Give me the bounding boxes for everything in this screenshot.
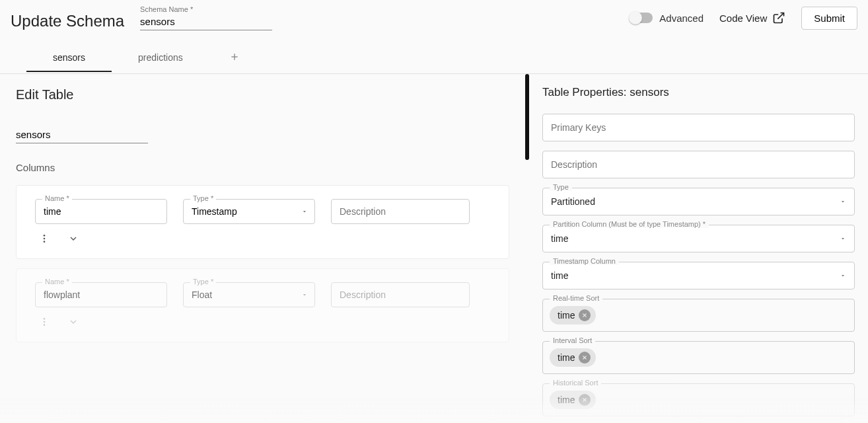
column-desc-input[interactable] — [332, 283, 469, 307]
caret-down-icon — [840, 233, 846, 245]
timestamp-column-value: time — [543, 262, 840, 289]
code-view-button[interactable]: Code View — [719, 11, 785, 24]
schema-name-input[interactable] — [140, 13, 272, 30]
pane-divider[interactable] — [525, 74, 529, 418]
sort-chip: time — [550, 306, 596, 325]
primary-keys-field — [542, 114, 855, 141]
type-value: Partitioned — [543, 188, 840, 215]
edit-table-title: Edit Table — [16, 87, 509, 102]
chip-label: time — [558, 352, 575, 363]
svg-point-3 — [44, 238, 46, 240]
column-type-value[interactable] — [184, 200, 314, 223]
interval-sort-label: Interval Sort — [550, 336, 595, 344]
table-properties-title: Table Properties: sensors — [542, 86, 855, 99]
caret-down-icon — [840, 196, 846, 208]
table-name-input[interactable] — [16, 126, 148, 143]
column-more-button[interactable] — [39, 233, 50, 247]
tab-bar: sensors predictions — [0, 42, 868, 74]
historical-sort-field[interactable]: Historical Sort time — [542, 383, 855, 416]
chip-label: time — [558, 310, 575, 321]
tab-sensors[interactable]: sensors — [26, 44, 112, 72]
left-pane: Edit Table Columns Name * Type * — [0, 74, 525, 418]
column-desc-input[interactable] — [332, 200, 469, 223]
schema-name-field: Schema Name * — [140, 5, 272, 30]
column-type-field[interactable]: Type * — [183, 282, 315, 307]
column-desc-field — [331, 282, 470, 307]
realtime-sort-field[interactable]: Real-time Sort time — [542, 299, 855, 332]
svg-point-4 — [44, 241, 46, 243]
plus-icon — [229, 52, 240, 62]
open-external-icon — [772, 11, 785, 24]
submit-button[interactable]: Submit — [801, 7, 857, 30]
advanced-toggle[interactable] — [630, 13, 653, 23]
close-icon — [581, 397, 588, 403]
timestamp-column-label: Timestamp Column — [550, 257, 619, 265]
description-field — [542, 151, 855, 178]
column-type-label: Type * — [190, 278, 216, 286]
primary-keys-input[interactable] — [543, 114, 854, 141]
partition-column-label: Partition Column (Must be of type Timest… — [550, 220, 709, 228]
advanced-toggle-group: Advanced — [630, 13, 704, 24]
partition-column-value: time — [543, 225, 840, 252]
column-card: Name * Type * — [16, 185, 509, 259]
column-expand-button[interactable] — [68, 233, 79, 247]
svg-point-6 — [44, 321, 46, 323]
more-vertical-icon — [39, 233, 50, 244]
code-view-label: Code View — [719, 13, 767, 24]
column-type-field[interactable]: Type * — [183, 199, 315, 224]
sort-chip: time — [550, 348, 596, 367]
chip-remove-button[interactable] — [579, 309, 591, 321]
column-desc-field — [331, 199, 470, 224]
type-select[interactable]: Type Partitioned — [542, 188, 855, 215]
columns-heading: Columns — [16, 162, 509, 173]
column-expand-button[interactable] — [68, 317, 79, 330]
svg-point-2 — [44, 235, 46, 237]
partition-column-select[interactable]: Partition Column (Must be of type Timest… — [542, 225, 855, 252]
description-input[interactable] — [543, 151, 854, 178]
chip-label: time — [558, 395, 575, 405]
svg-point-5 — [44, 318, 46, 320]
chevron-down-icon — [68, 317, 79, 327]
close-icon — [581, 354, 588, 361]
chip-remove-button[interactable] — [579, 394, 591, 406]
chip-remove-button[interactable] — [579, 352, 591, 364]
column-card: Name * Type * — [16, 268, 509, 342]
right-pane: Table Properties: sensors Type Partition… — [529, 74, 868, 418]
column-name-input[interactable] — [36, 283, 166, 307]
tab-predictions[interactable]: predictions — [112, 44, 209, 72]
caret-down-icon — [840, 270, 846, 282]
column-name-field: Name * — [35, 282, 167, 307]
chevron-down-icon — [68, 233, 79, 244]
column-name-label: Name * — [42, 278, 72, 286]
type-label: Type — [550, 183, 572, 191]
more-vertical-icon — [39, 317, 50, 327]
timestamp-column-select[interactable]: Timestamp Column time — [542, 262, 855, 289]
page-title: Update Schema — [11, 12, 124, 30]
column-name-input[interactable] — [36, 200, 166, 223]
schema-name-label: Schema Name * — [140, 5, 272, 13]
column-name-label: Name * — [42, 194, 72, 202]
header-bar: Update Schema Schema Name * Advanced Cod… — [0, 0, 868, 33]
realtime-sort-label: Real-time Sort — [550, 294, 602, 302]
tab-add-button[interactable] — [209, 42, 260, 73]
interval-sort-field[interactable]: Interval Sort time — [542, 341, 855, 374]
column-type-label: Type * — [190, 194, 216, 202]
column-more-button[interactable] — [39, 317, 50, 330]
sort-chip: time — [550, 391, 596, 409]
column-name-field: Name * — [35, 199, 167, 224]
svg-point-7 — [44, 324, 46, 326]
close-icon — [581, 312, 588, 319]
column-type-value[interactable] — [184, 283, 314, 307]
historical-sort-label: Historical Sort — [550, 379, 601, 387]
advanced-label: Advanced — [659, 13, 704, 24]
